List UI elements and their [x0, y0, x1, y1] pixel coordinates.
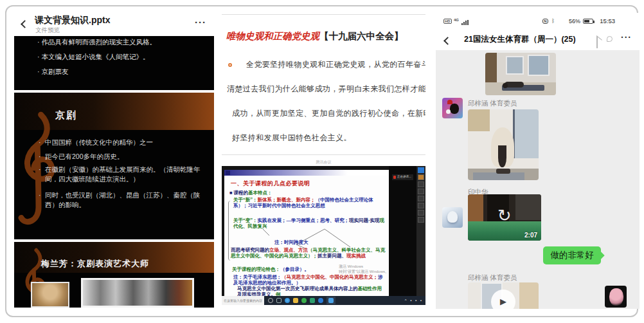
- search-app-icon: [318, 298, 323, 303]
- app-icon: [310, 298, 315, 303]
- participant-thumbnail: [418, 210, 424, 216]
- system-tray: ^ ▪ ▪ ▪: [405, 299, 423, 302]
- paragraph-line: 清楚过去我们为什么能够成功，弄明白未来我们怎样才能继: [227, 84, 425, 95]
- video-thumbnail[interactable]: ↻ 2:07: [468, 194, 541, 241]
- participant-thumbnail: [418, 189, 424, 194]
- speaking-indicator: 正在讲话...: [392, 174, 413, 180]
- replay-icon: ↻: [497, 206, 512, 226]
- back-icon[interactable]: [443, 37, 452, 45]
- slide1-bullet: · 京剧票友: [37, 68, 68, 77]
- pptx-slide-2: 京剧 ·中国国粹（传统文化中的精华）之一 ·距今已有200多年的历史。 ·在徽剧…: [14, 93, 214, 239]
- file-preview-panel: 课文背景知识.pptx 文件预览 ··· · 作品具有鲜明而强烈的现实主义风格。…: [14, 14, 214, 308]
- file-preview-header: 课文背景知识.pptx 文件预览 ···: [14, 14, 214, 36]
- screenshot-slide: 一、关于课程的几点必要说明 ■ 课程的基本特点： 关于“新”：新体系；新概念、新…: [224, 170, 389, 296]
- meeting-video-area: [389, 166, 416, 296]
- bullet-icon: ·: [39, 190, 41, 200]
- network-type: 4G: [454, 18, 459, 22]
- avatar[interactable]: [442, 98, 463, 118]
- avatar[interactable]: [442, 207, 463, 228]
- own-avatar[interactable]: [605, 286, 627, 308]
- more-icon[interactable]: ···: [195, 17, 206, 28]
- participant-thumbnail: [418, 217, 424, 223]
- battery-icon: [583, 19, 593, 24]
- edge-browser-icon: [285, 298, 290, 303]
- slide-line-leap: 马克思主义中国化第一次历史飞跃理论成果具体内容上的基础性作用及现实指导意义。例: [237, 286, 385, 296]
- wechat-icon: [301, 298, 307, 303]
- tencent-meeting-watermark: 腾讯会议: [222, 160, 425, 165]
- bullet-icon: ·: [37, 53, 40, 60]
- square-bullet-icon: ■: [229, 190, 233, 196]
- cortana-icon: [268, 298, 273, 303]
- slide2-bullet: ·中国国粹（传统文化中的精华）之一: [39, 138, 208, 147]
- tencent-meeting-taskbar-icon: [326, 297, 335, 304]
- paragraph-bullet-icon: [228, 63, 232, 67]
- document-panel: 唯物史观和正确党史观【十九届六中全会】 全党要坚持唯物史观和正确党史观，从党的百…: [222, 14, 425, 305]
- opera-performance-photo: [81, 278, 194, 308]
- nfc-icon: N: [542, 19, 548, 24]
- battery-percent: 56%: [569, 18, 580, 24]
- meeting-screenshot-image: 一、关于课程的几点必要说明 ■ 课程的基本特点： 关于“新”：新体系；新概念、新…: [222, 166, 425, 305]
- bullet-icon: ·: [37, 68, 40, 75]
- page-divider: [222, 14, 425, 15]
- video-duration: 2:07: [524, 232, 537, 239]
- heading-bracket-text: 【十九届六中全会】: [319, 31, 404, 41]
- slide-line-theory: 关于课程的理论特色：（参目录）。: [232, 266, 309, 272]
- bullet-icon: ·: [39, 138, 41, 147]
- chat-message-list[interactable]: 邱梓涵 体育委员 印中华 ↻ 2:07 做的非常好 邱梓涵 体育委员 ▶: [436, 50, 640, 309]
- taskbar-search-box: 在这里输入你要搜索的内容: [222, 296, 264, 305]
- slide2-bullet: ·距今已有200多年的历史。: [39, 152, 208, 162]
- wechat-chat-panel: HD 4G N ᛒ 56% 15:53 21国法女生体育群（周一）(25) ··…: [436, 13, 640, 309]
- slide1-bullet: · 本文编入短篇小说集《人间笔记》。: [37, 53, 149, 62]
- bullet-icon: ·: [37, 38, 40, 46]
- bullet-icon: ·: [39, 165, 41, 174]
- slide2-bullet: ·同时，也受汉剧（湖北）、昆曲（江苏）、秦腔（陕西）的影响。: [39, 190, 208, 210]
- slide2-title: 京剧: [55, 109, 77, 122]
- course-slide-title: 一、关于课程的几点必要说明: [231, 180, 310, 188]
- status-time: 15:53: [600, 17, 615, 24]
- sent-message-bubble[interactable]: 做的非常好: [543, 246, 601, 264]
- hd-icon: HD: [443, 19, 452, 24]
- muted-notifications-icon: [596, 36, 598, 48]
- slide3-title: 梅兰芳：京剧表演艺术大师: [41, 258, 149, 270]
- group-chat-title: 21国法女生体育群（周一）(25): [464, 34, 576, 45]
- mei-lanfang-portrait-photo: [31, 282, 69, 308]
- file-explorer-icon: [293, 298, 298, 303]
- exercise-photo-thumbnail[interactable]: [468, 109, 539, 180]
- participant-thumbnail: [418, 174, 424, 180]
- participant-thumbnail: [418, 167, 424, 173]
- file-preview-label: 文件预览: [35, 26, 60, 35]
- task-view-icon: [276, 298, 282, 303]
- slide-logo-square: [226, 171, 230, 175]
- heading-red-text: 唯物史观和正确党史观: [226, 31, 319, 41]
- paragraph-line: 全党要坚持唯物史观和正确党史观，从党的百年奋斗中看: [246, 59, 425, 70]
- back-icon[interactable]: [21, 20, 29, 28]
- paragraph-line: 好坚持和发展中国特色社会主义。: [232, 133, 352, 143]
- page-divider: [222, 154, 425, 155]
- more-icon[interactable]: ···: [621, 32, 632, 42]
- activate-windows-watermark: 激活 Windows 转到“设置”以激活 Windows。: [339, 264, 389, 274]
- paragraph-line: 成功，从而更加坚定、更加自觉的践行初心使命，在新时代更: [232, 108, 425, 119]
- phone-status-bar: HD 4G N ᛒ 56% 15:53: [436, 17, 640, 28]
- slide-note-timespan: 注：时间跨度大: [274, 239, 309, 245]
- signal-bars-icon: [461, 20, 470, 25]
- pptx-slide-1: · 作品具有鲜明而强烈的现实主义风格。 · 本文编入短篇小说集《人间笔记》。 ·…: [14, 36, 214, 90]
- slide-line-new: 关于“新”：新体系；新概念、新内容；（中国特色社会主义理论体系）；习近平新时代中…: [233, 197, 386, 208]
- file-title: 课文背景知识.pptx: [35, 15, 110, 26]
- participant-thumbnail-strip: [416, 166, 425, 305]
- slide-header-band: [224, 170, 389, 176]
- slide1-bullet: · 作品具有鲜明而强烈的现实主义风格。: [37, 38, 156, 47]
- windows-taskbar: 在这里输入你要搜索的内容 ^ ▪ ▪ ▪: [222, 296, 425, 305]
- slide-line-standpoint: 而思考研究问题的立场、观点、方法（马克思主义、科学社会主义、马克思主义中国化、中…: [231, 247, 386, 259]
- video-thumbnail[interactable]: ▶: [468, 282, 539, 309]
- slide-line-features: ■ 课程的基本特点：: [229, 190, 272, 196]
- play-icon: ▶: [491, 290, 515, 309]
- video-thumbnail[interactable]: [485, 53, 556, 95]
- slide2-bullet: ·在徽剧（安徽）的基础上发展而来的。（清朝乾隆年间，四大徽班陆续进京演出。）: [39, 165, 208, 184]
- sender-name: 邱梓涵 体育委员: [468, 99, 517, 108]
- participant-thumbnail: [418, 196, 424, 201]
- document-heading: 唯物史观和正确党史观【十九届六中全会】: [226, 30, 425, 42]
- earpiece-mode-icon: [607, 36, 613, 42]
- slide-line-mao: 注：关于毛泽东思想：（马克思主义中国化、中国化的马克思主义；涉及毛泽东思想的地位…: [233, 274, 385, 286]
- participant-thumbnail: [418, 203, 424, 208]
- bluetooth-icon: ᛒ: [551, 18, 555, 24]
